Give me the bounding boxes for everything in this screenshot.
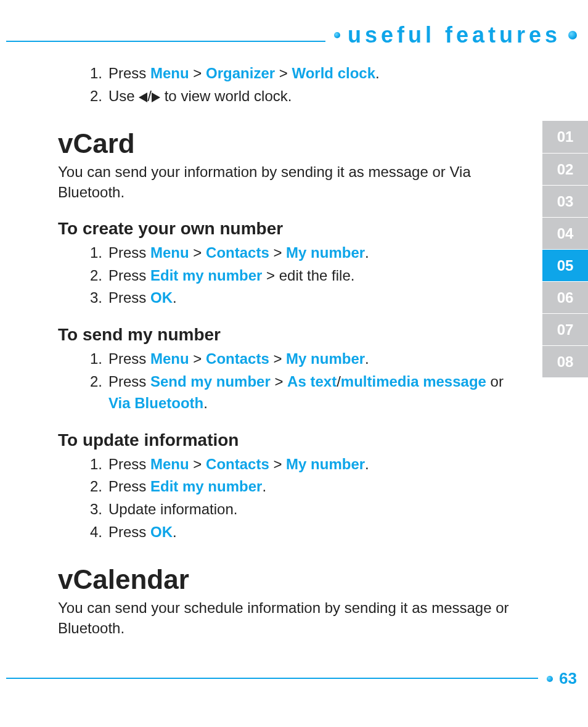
body-text: . — [262, 478, 266, 495]
subsection-heading: To create your own number — [58, 219, 517, 239]
bullet-icon — [568, 31, 577, 39]
list-item: 3.Press OK. — [85, 287, 517, 309]
chapter-tab[interactable]: 04 — [542, 217, 588, 249]
list-item: 2.Press Edit my number. — [85, 476, 517, 498]
body-text: Press — [108, 373, 150, 390]
body-text: to view world clock. — [160, 88, 292, 104]
list-item: 3.Update information. — [85, 499, 517, 520]
body-text: Press — [108, 478, 150, 495]
chapter-tab[interactable]: 08 — [542, 345, 588, 377]
list-item: 2.Press Edit my number > edit the file. — [85, 265, 517, 287]
body-text: Press — [108, 65, 150, 81]
list-item: 2.Press Send my number > As text/multime… — [85, 371, 517, 414]
keyword-text: OK — [150, 289, 173, 306]
section-description: You can send your schedule information b… — [58, 598, 517, 639]
keyword-text: Contacts — [206, 350, 269, 367]
list-text: Press Send my number > As text/multimedi… — [108, 371, 517, 414]
body-text: Press — [108, 267, 150, 284]
keyword-text: Menu — [150, 244, 189, 261]
keyword-text: Contacts — [206, 456, 269, 472]
keyword-text: As text — [287, 373, 337, 390]
body-text: > — [189, 65, 206, 81]
list-number: 1. — [85, 454, 102, 475]
list-number: 4. — [85, 522, 102, 543]
list-text: Press OK. — [108, 287, 517, 309]
subsection-heading: To send my number — [58, 325, 517, 345]
body-text: . — [365, 456, 369, 472]
body-text: > — [189, 456, 206, 472]
steps-list: 1.Press Menu > Contacts > My number.2.Pr… — [85, 348, 517, 414]
list-number: 1. — [85, 348, 102, 370]
section-description: You can send your information by sending… — [58, 162, 517, 203]
list-text: Press Menu > Organizer > World clock. — [108, 63, 517, 84]
list-number: 2. — [85, 371, 102, 414]
intro-list: 1.Press Menu > Organizer > World clock.2… — [85, 63, 517, 107]
body-text: > — [189, 350, 206, 367]
keyword-text: Menu — [150, 456, 189, 472]
list-number: 3. — [85, 499, 102, 520]
body-text: . — [173, 289, 177, 306]
list-item: 1.Press Menu > Organizer > World clock. — [85, 63, 517, 84]
body-text: / — [337, 373, 341, 390]
keyword-text: Via Bluetooth — [108, 395, 203, 411]
body-text: > — [269, 244, 286, 261]
list-number: 2. — [85, 476, 102, 498]
body-text: Use — [108, 88, 139, 104]
list-number: 2. — [85, 265, 102, 287]
chapter-tab[interactable]: 06 — [542, 281, 588, 313]
chapter-tab[interactable]: 01 — [542, 121, 588, 153]
list-number: 1. — [85, 63, 102, 84]
list-item: 2.Use / to view world clock. — [85, 86, 517, 107]
chapter-tab[interactable]: 02 — [542, 153, 588, 185]
body-text: . — [375, 65, 380, 81]
body-text: or — [486, 373, 508, 390]
keyword-text: Edit my number — [150, 267, 262, 284]
body-text: / — [147, 88, 152, 104]
list-text: Use / to view world clock. — [108, 86, 517, 107]
section-heading: vCard — [58, 128, 517, 159]
keyword-text: World clock — [292, 65, 375, 81]
list-text: Update information. — [108, 499, 517, 520]
footer-rule — [6, 678, 577, 679]
keyword-text: Organizer — [206, 65, 275, 81]
body-text: Press — [108, 350, 150, 367]
list-item: 1.Press Menu > Contacts > My number. — [85, 348, 517, 370]
footer-box: 63 — [538, 669, 577, 688]
bullet-icon — [547, 676, 553, 682]
body-text: Press — [108, 289, 150, 306]
keyword-text: Menu — [150, 350, 189, 367]
body-text: . — [365, 244, 369, 261]
list-text: Press OK. — [108, 522, 517, 543]
list-number: 1. — [85, 242, 102, 264]
body-text: > edit the file. — [262, 267, 354, 284]
steps-list: 1.Press Menu > Contacts > My number.2.Pr… — [85, 454, 517, 543]
list-text: Press Edit my number > edit the file. — [108, 265, 517, 287]
list-text: Press Menu > Contacts > My number. — [108, 454, 517, 475]
keyword-text: multimedia message — [341, 373, 486, 390]
chapter-tab[interactable]: 05 — [542, 249, 588, 281]
chapter-tab[interactable]: 03 — [542, 185, 588, 217]
chapter-tabs: 0102030405060708 — [542, 121, 588, 377]
body-text: > — [275, 65, 292, 81]
keyword-text: My number — [286, 456, 365, 472]
keyword-text: OK — [150, 524, 173, 540]
page-content: 1.Press Menu > Organizer > World clock.2… — [58, 62, 517, 639]
body-text: > — [271, 373, 287, 390]
arrow-left-icon — [139, 92, 147, 102]
page-header: useful features — [6, 28, 582, 53]
chapter-tab[interactable]: 07 — [542, 313, 588, 345]
keyword-text: Contacts — [206, 244, 269, 261]
body-text: Press — [108, 244, 150, 261]
list-text: Press Menu > Contacts > My number. — [108, 348, 517, 370]
keyword-text: Send my number — [150, 373, 271, 390]
list-item: 4.Press OK. — [85, 522, 517, 543]
keyword-text: My number — [286, 350, 365, 367]
list-text: Press Menu > Contacts > My number. — [108, 242, 517, 264]
body-text: Update information. — [108, 501, 237, 517]
page-footer: 63 — [6, 669, 577, 688]
body-text: . — [173, 524, 177, 540]
page-number: 63 — [559, 669, 577, 688]
steps-list: 1.Press Menu > Contacts > My number.2.Pr… — [85, 242, 517, 309]
body-text: > — [269, 350, 286, 367]
keyword-text: Menu — [150, 65, 189, 81]
